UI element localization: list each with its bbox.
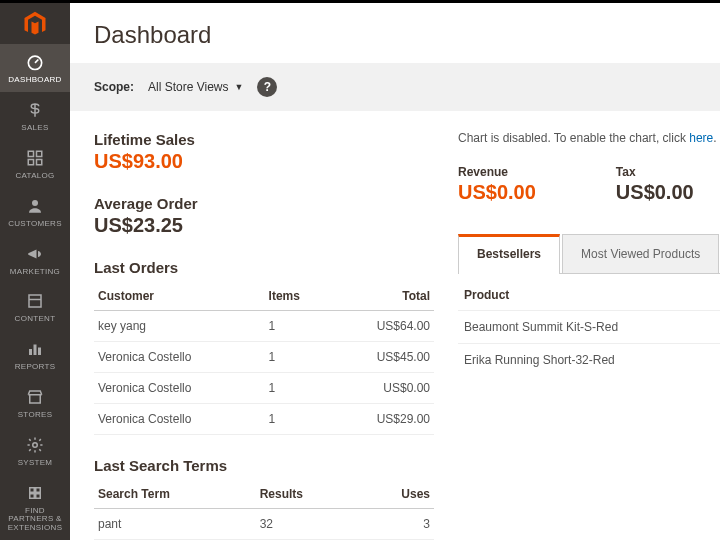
scope-value: All Store Views	[148, 80, 228, 94]
lifetime-sales-label: Lifetime Sales	[94, 131, 434, 148]
bestsellers-table: Product Beaumont Summit Kit-S-Red Erika …	[458, 274, 720, 376]
main: Dashboard Scope: All Store Views ▼ ? Lif…	[70, 3, 720, 540]
svg-rect-8	[29, 349, 32, 355]
col-term: Search Term	[94, 480, 256, 509]
dollar-icon	[24, 99, 46, 121]
col-total: Total	[331, 282, 434, 311]
bars-icon	[24, 338, 46, 360]
average-order-label: Average Order	[94, 195, 434, 212]
svg-rect-15	[36, 493, 41, 498]
svg-rect-14	[30, 493, 35, 498]
svg-point-11	[33, 443, 38, 448]
grid-icon	[24, 147, 46, 169]
svg-rect-6	[29, 295, 41, 307]
chevron-down-icon: ▼	[235, 82, 244, 92]
tab-most-viewed[interactable]: Most Viewed Products	[562, 234, 719, 273]
nav-dashboard[interactable]: DASHBOARD	[0, 44, 70, 92]
svg-rect-3	[28, 160, 33, 165]
logo[interactable]	[0, 3, 70, 44]
scope-label: Scope:	[94, 80, 134, 94]
table-row[interactable]: Veronica Costello1US$0.00	[94, 373, 434, 404]
revenue-label: Revenue	[458, 165, 536, 179]
table-row[interactable]: Veronica Costello1US$45.00	[94, 342, 434, 373]
tabs: Bestsellers Most Viewed Products New Cus…	[458, 234, 720, 274]
svg-rect-1	[28, 151, 33, 156]
nav-catalog[interactable]: CATALOG	[0, 140, 70, 188]
nav-sales[interactable]: SALES	[0, 92, 70, 140]
nav-label: CATALOG	[15, 172, 54, 181]
svg-rect-12	[30, 487, 35, 492]
nav-customers[interactable]: CUSTOMERS	[0, 188, 70, 236]
scope-bar: Scope: All Store Views ▼ ?	[70, 63, 720, 111]
col-uses: Uses	[360, 480, 434, 509]
svg-rect-13	[36, 487, 41, 492]
svg-point-5	[32, 200, 38, 206]
nav-label: FIND PARTNERS & EXTENSIONS	[2, 507, 68, 533]
gear-icon	[24, 434, 46, 456]
nav-system[interactable]: SYSTEM	[0, 427, 70, 475]
sidebar: DASHBOARD SALES CATALOG CUSTOMERS MARKET…	[0, 3, 70, 540]
col-items: Items	[265, 282, 331, 311]
table-row[interactable]: key yang1US$64.00	[94, 311, 434, 342]
nav-stores[interactable]: STORES	[0, 379, 70, 427]
svg-rect-10	[38, 348, 41, 356]
svg-rect-4	[37, 160, 42, 165]
nav-content[interactable]: CONTENT	[0, 283, 70, 331]
nav-partners[interactable]: FIND PARTNERS & EXTENSIONS	[0, 475, 70, 540]
table-row[interactable]: Beaumont Summit Kit-S-Red	[458, 311, 720, 344]
nav-label: CUSTOMERS	[8, 220, 62, 229]
col-product: Product	[458, 274, 720, 311]
tab-bestsellers[interactable]: Bestsellers	[458, 234, 560, 273]
help-icon[interactable]: ?	[257, 77, 277, 97]
nav-label: SYSTEM	[18, 459, 53, 468]
nav-marketing[interactable]: MARKETING	[0, 236, 70, 284]
col-results: Results	[256, 480, 360, 509]
svg-point-0	[28, 57, 41, 70]
partners-icon	[24, 482, 46, 504]
pages-icon	[24, 290, 46, 312]
nav-label: CONTENT	[15, 315, 56, 324]
magento-logo-icon	[21, 10, 49, 38]
last-orders-title: Last Orders	[94, 259, 434, 276]
tax-value: US$0.00	[616, 181, 694, 204]
lifetime-sales-value: US$93.00	[94, 150, 434, 173]
nav-label: MARKETING	[10, 268, 60, 277]
gauge-icon	[24, 51, 46, 73]
chart-disabled-message: Chart is disabled. To enable the chart, …	[458, 131, 720, 145]
table-row[interactable]: Erika Running Short-32-Red	[458, 344, 720, 377]
megaphone-icon	[24, 243, 46, 265]
last-search-table: Search Term Results Uses pant323	[94, 480, 434, 540]
nav-reports[interactable]: REPORTS	[0, 331, 70, 379]
last-orders-table: Customer Items Total key yang1US$64.00 V…	[94, 282, 434, 435]
last-search-title: Last Search Terms	[94, 457, 434, 474]
tax-label: Tax	[616, 165, 694, 179]
nav-label: DASHBOARD	[8, 76, 61, 85]
average-order-value: US$23.25	[94, 214, 434, 237]
page-title: Dashboard	[70, 3, 720, 63]
chart-enable-link[interactable]: here	[689, 131, 713, 145]
nav-label: SALES	[21, 124, 48, 133]
table-row[interactable]: Veronica Costello1US$29.00	[94, 404, 434, 435]
revenue-value: US$0.00	[458, 181, 536, 204]
svg-rect-9	[34, 345, 37, 356]
nav-label: REPORTS	[15, 363, 56, 372]
nav-label: STORES	[18, 411, 53, 420]
table-row[interactable]: pant323	[94, 509, 434, 540]
svg-rect-2	[37, 151, 42, 156]
scope-select[interactable]: All Store Views ▼	[148, 80, 243, 94]
col-customer: Customer	[94, 282, 265, 311]
store-icon	[24, 386, 46, 408]
person-icon	[24, 195, 46, 217]
